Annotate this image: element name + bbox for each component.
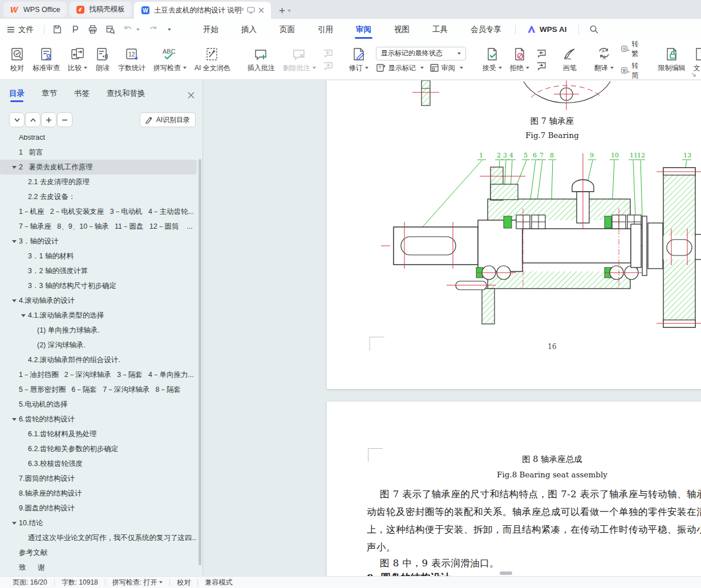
tab-wps-office[interactable]: W WPS Office [3, 2, 67, 17]
translate-button[interactable]: A文 翻译 [590, 42, 618, 77]
outline-item[interactable]: 4.2.滚动轴承部件的组合设计. [0, 352, 197, 367]
ink-pen-button[interactable]: 画笔 [558, 42, 581, 77]
sidebar-tab-chapters[interactable]: 章节 [42, 88, 57, 102]
menu-item-开始[interactable]: 开始 [192, 19, 230, 40]
outline-item[interactable]: 5－唇形密封圈 6－隔套 7－深沟球轴承 8－隔套 [0, 382, 197, 397]
outline-item[interactable]: 参考文献 [0, 545, 197, 560]
redo-button[interactable] [148, 25, 157, 34]
to-simplified-button[interactable]: 繁 转简 [621, 61, 642, 80]
outline-item[interactable]: 6.2.齿轮相关参数的初步确定 [0, 441, 197, 456]
quick-access-chevron-icon[interactable] [168, 29, 171, 31]
document-page-16[interactable]: 1 2 3 4 5 6 7 8 9 10 11 12 13 [327, 80, 701, 389]
outline-item[interactable]: 6.3.校核齿轮强度 [0, 456, 197, 471]
previous-comment-button[interactable] [322, 49, 334, 58]
close-sidebar-icon[interactable] [188, 92, 195, 99]
print-button[interactable] [88, 25, 98, 34]
review-pane-button[interactable]: 审阅 [429, 63, 463, 73]
spell-check-button[interactable]: ABC 拼写检查 [149, 42, 191, 77]
export-pdf-button[interactable] [70, 25, 80, 34]
outline-item[interactable]: 2.2 去皮设备： [0, 189, 197, 204]
outline-collapse-arrow-icon[interactable] [9, 418, 19, 421]
outline-item[interactable]: 6.1.齿轮材料及热处理 [0, 427, 197, 441]
status-proofread[interactable]: 校对 [170, 578, 197, 587]
ai-polish-button[interactable]: AI 全文润色 [191, 42, 234, 77]
status-compat-mode[interactable]: 兼容模式 [198, 578, 239, 587]
read-aloud-button[interactable]: 朗读 [91, 42, 114, 77]
outline-item[interactable]: 3．轴的设计 [0, 234, 197, 249]
sidebar-scrollbar[interactable] [198, 159, 201, 565]
outline-item[interactable]: (2) 深沟球轴承. [0, 338, 197, 352]
outline-item[interactable]: 致 谢 [0, 560, 197, 575]
outline-item[interactable]: 通过这次毕业论文的写作，我不仅系统的复习了这四... [0, 530, 197, 545]
outline-item[interactable]: 3．2 轴的强度计算 [0, 263, 197, 278]
standard-review-button[interactable]: 标准审查 [29, 42, 64, 77]
menu-item-插入[interactable]: 插入 [230, 19, 268, 40]
next-change-button[interactable] [536, 62, 547, 71]
file-menu[interactable]: 文件 [0, 25, 42, 35]
status-spell-check[interactable]: 拼写检查: 打开 [106, 578, 170, 587]
outline-item[interactable]: 7.圆筒的结构设计 [0, 471, 197, 486]
outline-item[interactable]: 10.结论 [0, 516, 197, 530]
tab-document-active[interactable]: W 土豆去皮机的结构设计 说明书 [134, 2, 271, 19]
outline-item[interactable]: 2 薯类去皮机工作原理 [0, 160, 197, 175]
to-traditional-button[interactable]: 简 转繁 [621, 39, 642, 59]
outline-item[interactable]: 5.电动机的选择 [0, 397, 197, 412]
previous-change-button[interactable] [536, 49, 547, 58]
outline-item[interactable]: Abstract [0, 135, 197, 145]
outline-item[interactable]: 1－机座 2－电机安装支座 3－电动机 4－主动齿轮... [0, 204, 197, 219]
outline-collapse-arrow-icon[interactable] [18, 314, 28, 317]
tab-list-chevron-icon[interactable] [287, 10, 291, 12]
collapse-all-button[interactable] [25, 112, 40, 127]
zoom-in-outline-button[interactable] [41, 112, 56, 127]
document-page-17[interactable]: 图 8 轴承座总成 Fig.8 Bearing seat assembly 图 … [327, 402, 701, 576]
wps-ai-menu[interactable]: WPS AI [518, 25, 576, 34]
outline-item[interactable]: (1) 单向推力球轴承. [0, 323, 197, 338]
search-button[interactable] [589, 25, 599, 34]
outline-item[interactable]: 3．1 轴的材料 [0, 249, 197, 263]
close-tab-icon[interactable] [258, 7, 264, 13]
outline-item[interactable]: 6.齿轮的结构设计 [0, 412, 197, 427]
sidebar-tab-bookmarks[interactable]: 书签 [74, 88, 90, 102]
horizontal-scrollbar[interactable] [500, 571, 512, 575]
show-markup-button[interactable]: 显示标记 [376, 63, 424, 73]
outline-item[interactable]: 4.滚动轴承的设计 [0, 293, 197, 308]
outline-collapse-arrow-icon[interactable] [9, 299, 19, 302]
outline-item[interactable]: 4.1.滚动轴承类型的选择 [0, 308, 197, 323]
outline-item[interactable]: 3．3 轴的结构尺寸初步确定 [0, 278, 197, 293]
save-button[interactable] [52, 25, 62, 34]
ai-recognize-toc-button[interactable]: AI识别目录 [140, 112, 196, 127]
outline-collapse-arrow-icon[interactable] [9, 166, 19, 169]
compare-button[interactable]: 比较 [64, 42, 91, 77]
menu-item-视图[interactable]: 视图 [383, 19, 421, 40]
print-preview-button[interactable] [106, 25, 115, 34]
delete-comment-button[interactable]: 删除批注 [279, 42, 320, 77]
document-canvas[interactable]: 1 2 3 4 5 6 7 8 9 10 11 12 13 [204, 80, 701, 576]
proofread-button[interactable]: 校对 [6, 42, 29, 77]
sidebar-tab-find-replace[interactable]: 查找和替换 [107, 88, 145, 102]
status-page-indicator[interactable]: 页面: 16/20 [6, 578, 54, 587]
restrict-editing-button[interactable]: 限制编辑 [654, 42, 690, 77]
outline-item[interactable]: 1－油封挡圈 2－深沟球轴承 3－隔套 4－单向推力... [0, 367, 197, 382]
track-changes-button[interactable]: 修订 [345, 42, 372, 77]
menu-item-会员专享[interactable]: 会员专享 [459, 19, 513, 40]
menu-item-引用[interactable]: 引用 [306, 19, 345, 40]
new-tab-button[interactable]: + [279, 5, 285, 16]
markup-state-dropdown[interactable]: 显示标记的最终状态 [376, 47, 466, 60]
expand-all-button[interactable] [9, 112, 25, 127]
menu-item-页面[interactable]: 页面 [268, 19, 306, 40]
menu-item-审阅[interactable]: 审阅 [345, 19, 383, 40]
word-count-button[interactable]: 12 字数统计 [114, 42, 149, 77]
outline-item[interactable]: 2.1 去皮清理的原理 [0, 175, 197, 189]
reject-change-button[interactable]: 拒绝 [506, 42, 533, 77]
monitor-icon[interactable] [247, 7, 255, 14]
insert-comment-button[interactable]: 插入批注 [244, 42, 279, 77]
zoom-out-outline-button[interactable] [57, 112, 72, 127]
status-word-count[interactable]: 字数: 10918 [55, 578, 105, 587]
next-comment-button[interactable] [322, 62, 334, 71]
outline-item[interactable]: 9.圆盘的结构设计 [0, 501, 197, 516]
outline-item[interactable]: 7－轴承座 8、9、10－轴承 11－圆盘 12－圆筒 ... [0, 219, 197, 234]
outline-collapse-arrow-icon[interactable] [9, 522, 19, 525]
outline-collapse-arrow-icon[interactable] [9, 240, 19, 243]
undo-button[interactable] [123, 25, 140, 34]
sidebar-tab-toc[interactable]: 目录 [9, 88, 25, 102]
